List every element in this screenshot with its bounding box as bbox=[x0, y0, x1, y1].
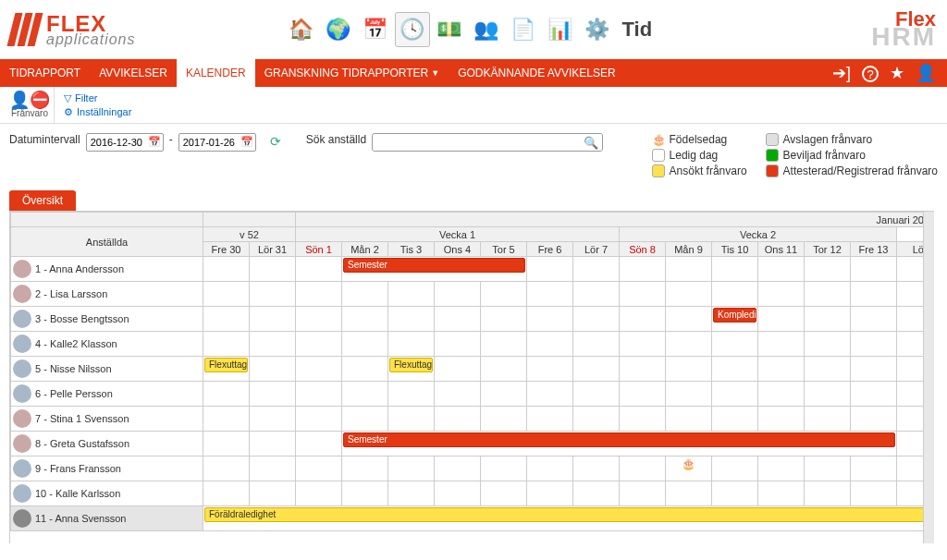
tab-tidrapport[interactable]: TIDRAPPORT bbox=[0, 59, 90, 87]
day-cell[interactable] bbox=[203, 432, 250, 457]
day-cell[interactable] bbox=[435, 457, 481, 481]
day-cell[interactable] bbox=[527, 407, 573, 432]
day-cell[interactable] bbox=[527, 382, 573, 407]
day-cell[interactable] bbox=[805, 332, 851, 357]
day-cell[interactable] bbox=[527, 257, 573, 282]
home-icon[interactable]: 🏠 bbox=[284, 12, 319, 47]
day-cell[interactable] bbox=[388, 481, 435, 506]
absence-bar[interactable]: Flexuttag bbox=[389, 358, 433, 372]
day-cell[interactable] bbox=[666, 332, 712, 357]
day-cell[interactable] bbox=[805, 357, 851, 382]
absence-button[interactable]: 👤⛔ Frånvaro bbox=[6, 87, 55, 123]
day-cell[interactable] bbox=[712, 357, 758, 382]
day-cell[interactable] bbox=[758, 407, 805, 432]
day-cell[interactable] bbox=[573, 382, 620, 407]
day-cell[interactable] bbox=[388, 407, 435, 432]
absence-bar[interactable]: Semester bbox=[343, 432, 895, 447]
day-cell[interactable] bbox=[758, 481, 805, 506]
day-cell[interactable] bbox=[388, 282, 435, 307]
day-cell[interactable] bbox=[481, 357, 527, 382]
day-cell[interactable] bbox=[342, 407, 388, 432]
day-cell[interactable] bbox=[250, 282, 296, 307]
day-cell[interactable] bbox=[296, 432, 342, 457]
day-cell[interactable] bbox=[666, 257, 712, 282]
day-cell[interactable] bbox=[388, 332, 435, 357]
day-cell[interactable] bbox=[758, 382, 805, 407]
day-cell[interactable] bbox=[296, 457, 342, 481]
day-cell[interactable] bbox=[388, 382, 435, 407]
day-cell[interactable] bbox=[758, 257, 805, 282]
settings-icon[interactable]: ⚙️ bbox=[580, 12, 615, 47]
day-cell[interactable] bbox=[758, 282, 805, 307]
day-cell[interactable] bbox=[666, 282, 712, 307]
day-cell[interactable] bbox=[435, 382, 481, 407]
day-cell[interactable] bbox=[527, 307, 573, 332]
day-cell[interactable] bbox=[481, 407, 527, 432]
day-cell[interactable] bbox=[573, 481, 620, 506]
tab-kalender[interactable]: KALENDER bbox=[177, 59, 255, 87]
user-icon[interactable]: 👤 bbox=[916, 63, 936, 83]
day-cell[interactable] bbox=[666, 307, 712, 332]
day-cell[interactable] bbox=[342, 307, 388, 332]
day-cell[interactable] bbox=[620, 332, 666, 357]
help-icon[interactable]: ? bbox=[862, 64, 879, 83]
day-cell[interactable] bbox=[250, 407, 296, 432]
day-cell[interactable] bbox=[296, 407, 342, 432]
tab-avvikelser[interactable]: AVVIKELSER bbox=[90, 59, 177, 87]
day-cell[interactable] bbox=[481, 457, 527, 481]
day-cell[interactable] bbox=[712, 481, 758, 506]
day-cell[interactable]: Semester bbox=[342, 257, 527, 282]
day-cell[interactable] bbox=[758, 332, 805, 357]
day-cell[interactable] bbox=[203, 407, 250, 432]
day-cell[interactable] bbox=[527, 332, 573, 357]
settings-link[interactable]: ⚙Inställningar bbox=[64, 106, 131, 118]
employee-cell[interactable]: 3 - Bosse Bengtsson bbox=[11, 307, 203, 332]
day-cell[interactable] bbox=[342, 457, 388, 481]
calendar-icon[interactable]: 📅 bbox=[358, 12, 393, 47]
tab-granskning[interactable]: GRANSKNING TIDRAPPORTER▼ bbox=[255, 59, 449, 87]
exit-icon[interactable]: ➔] bbox=[832, 63, 851, 83]
filter-link[interactable]: ▽Filter bbox=[64, 92, 131, 104]
employee-cell[interactable]: 6 - Pelle Persson bbox=[11, 382, 203, 407]
day-cell[interactable] bbox=[250, 432, 296, 457]
day-cell[interactable] bbox=[851, 257, 897, 282]
day-cell[interactable] bbox=[851, 307, 897, 332]
employee-cell[interactable]: 2 - Lisa Larsson bbox=[11, 282, 203, 307]
day-cell[interactable] bbox=[666, 407, 712, 432]
day-cell[interactable] bbox=[250, 257, 296, 282]
day-cell[interactable] bbox=[573, 307, 620, 332]
day-cell[interactable] bbox=[712, 457, 758, 481]
day-cell[interactable]: 🎂 bbox=[666, 457, 712, 481]
day-cell[interactable] bbox=[342, 282, 388, 307]
employee-cell[interactable]: 8 - Greta Gustafsson bbox=[11, 432, 203, 457]
scrollbar[interactable] bbox=[923, 212, 934, 543]
absence-bar[interactable]: Flexuttag bbox=[204, 358, 248, 372]
day-cell[interactable] bbox=[573, 257, 620, 282]
day-cell[interactable] bbox=[203, 282, 250, 307]
day-cell[interactable] bbox=[296, 382, 342, 407]
day-cell[interactable] bbox=[203, 332, 250, 357]
day-cell[interactable] bbox=[805, 257, 851, 282]
day-cell[interactable] bbox=[573, 457, 620, 481]
employee-cell[interactable]: 11 - Anna Svensson bbox=[11, 506, 203, 531]
day-cell[interactable] bbox=[388, 457, 435, 481]
day-cell[interactable] bbox=[805, 382, 851, 407]
day-cell[interactable] bbox=[250, 332, 296, 357]
day-cell[interactable] bbox=[527, 481, 573, 506]
day-cell[interactable] bbox=[666, 357, 712, 382]
tab-godkannande[interactable]: GODKÄNNANDE AVVIKELSER bbox=[449, 59, 625, 87]
clock-icon[interactable]: 🕓 bbox=[395, 12, 430, 47]
day-cell[interactable] bbox=[481, 307, 527, 332]
day-cell[interactable] bbox=[712, 257, 758, 282]
day-cell[interactable] bbox=[481, 282, 527, 307]
day-cell[interactable] bbox=[712, 282, 758, 307]
day-cell[interactable] bbox=[203, 481, 250, 506]
day-cell[interactable] bbox=[620, 457, 666, 481]
day-cell[interactable] bbox=[342, 357, 388, 382]
day-cell[interactable] bbox=[805, 481, 851, 506]
day-cell[interactable] bbox=[851, 332, 897, 357]
overview-tab[interactable]: Översikt bbox=[9, 190, 76, 211]
day-cell[interactable] bbox=[805, 282, 851, 307]
day-cell[interactable] bbox=[342, 481, 388, 506]
day-cell[interactable] bbox=[388, 307, 435, 332]
